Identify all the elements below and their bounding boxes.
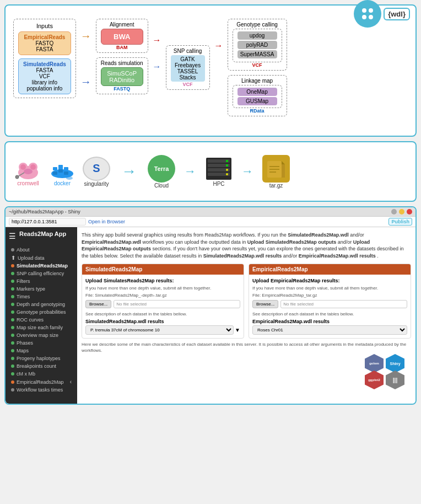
emp-section-body: Upload EmpiricalReads2Map results: If yo…	[249, 275, 411, 338]
svg-rect-18	[64, 171, 68, 175]
sidebar-item-roc[interactable]: ROC curves	[9, 316, 74, 324]
svg-rect-31	[282, 164, 285, 178]
emp-dropdown[interactable]: Roses Chr01	[252, 325, 407, 335]
sidebar-item-about[interactable]: About	[9, 246, 74, 254]
docker-label: docker	[54, 180, 71, 186]
dot-markers	[11, 287, 14, 291]
docker-tool: docker	[48, 157, 76, 186]
genotype-calling-box: Genotype calling updog polyRAD SuperMASS…	[228, 19, 287, 71]
win-minimize-btn[interactable]	[391, 209, 397, 215]
dot-times	[11, 295, 14, 298]
sidebar-item-overview-map[interactable]: Overview map size	[9, 331, 74, 339]
svg-marker-30	[282, 161, 285, 164]
publish-btn[interactable]: Publish	[388, 218, 412, 226]
dot-emp	[11, 380, 14, 384]
terra-icon: Terra	[148, 155, 175, 183]
sidebar-item-times[interactable]: Times	[9, 293, 74, 301]
panel-c-wrapper: ~/github/Reads2MapApp - Shiny http://127…	[4, 206, 417, 405]
vcf-label-snp: VCF	[171, 82, 205, 87]
sidebar-item-emp-reads[interactable]: EmpiricalReads2Map ‹	[9, 378, 74, 386]
sidebar-item-workflow-times[interactable]: Workflow tasks times	[9, 386, 74, 394]
svg-rect-13	[53, 167, 57, 170]
browser-bar: http://127.0.0.1:3581 Open in Browser Pu…	[6, 217, 415, 227]
svg-point-0	[362, 8, 366, 13]
sidebar-item-markers[interactable]: Markers type	[9, 285, 74, 293]
app-layout: ☰ Reads2Map App About ⬆ Upload data	[6, 227, 415, 404]
sidebar-item-cm-mb[interactable]: cM x Mb	[9, 370, 74, 378]
sidebar-item-sim-reads[interactable]: SimulatedReads2Map	[9, 262, 74, 270]
reads-simulation-box: Reads simulation SimuSCoP RADinitio FAST…	[96, 57, 148, 94]
dropdown-arrow-icon: ▼	[235, 327, 240, 333]
sidebar-item-geno-prob[interactable]: Genotype probabilities	[9, 308, 74, 316]
sidebar-item-progeny[interactable]: Progeny haplotypes	[9, 355, 74, 362]
hamburger-icon[interactable]: ☰	[9, 232, 16, 240]
sidebar-item-upload[interactable]: ⬆ Upload data	[9, 254, 74, 262]
win-close-btn[interactable]	[407, 209, 412, 215]
singularity-label: singularity	[84, 181, 109, 187]
emp-reads-items: FASTQFASTA	[23, 40, 66, 52]
singularity-s: S	[93, 162, 100, 175]
genotype-tools: updog polyRAD SuperMASSA	[233, 29, 282, 62]
sidebar-item-snp-eff[interactable]: SNP calling efficiency	[9, 270, 74, 277]
sidebar-item-map-family[interactable]: Map size each family	[9, 324, 74, 331]
wdl-dots-icon	[360, 6, 375, 22]
panel-b-wrapper: cromwell	[4, 141, 417, 202]
middle-arrows: → →	[153, 19, 161, 72]
sidebar: ☰ Reads2Map App About ⬆ Upload data	[6, 227, 77, 404]
window-titlebar: ~/github/Reads2MapApp - Shiny	[6, 207, 415, 217]
workflow-diagram: Inputs EmpiricalReads FASTQFASTA Simulat…	[11, 17, 410, 119]
snp-title: SNP calling	[171, 48, 205, 54]
collapse-icon: ‹	[70, 379, 72, 385]
sim-file-name: No file selected	[114, 300, 240, 308]
singularity-tool: S singularity	[83, 157, 110, 187]
open-browser-link[interactable]: Open in Browser	[88, 219, 125, 224]
emp-section-header: EmpiricalReads2Map	[249, 264, 411, 275]
docker-icon	[48, 157, 76, 180]
cromwell-svg	[14, 157, 42, 180]
supermassa-box: SuperMASSA	[238, 50, 277, 58]
targz-svg	[265, 158, 287, 180]
dot-cm-mb	[11, 372, 14, 376]
sim-dropdown[interactable]: P. tremula 37cM of chromosome 10	[85, 325, 234, 335]
svg-point-28	[226, 173, 228, 175]
wdl-text-badge: {wdl}	[384, 8, 410, 20]
bwa-box: BWA	[101, 29, 143, 45]
empirical-reads-box: EmpiricalReads FASTQFASTA	[18, 31, 71, 55]
upload-emp-title: Upload EmpiricalReads2Map results:	[252, 278, 407, 283]
browse-emp-btn[interactable]: Browse...	[252, 300, 278, 308]
snp-genotype-arrow: →	[214, 19, 223, 51]
dot-phases	[11, 341, 14, 345]
upload-sim-title: Upload SimulatesReads2Map results:	[85, 278, 240, 283]
sidebar-item-maps[interactable]: Maps	[9, 347, 74, 355]
genotype-title: Genotype calling	[233, 22, 282, 28]
browse-sim-btn[interactable]: Browse...	[85, 300, 111, 308]
svg-point-9	[24, 169, 33, 174]
upload-icon: ⬆	[11, 255, 15, 261]
arrow-inputs-area: → →	[80, 19, 91, 88]
sidebar-item-breakpoints[interactable]: Breakpoints count	[9, 362, 74, 370]
sidebar-item-filters[interactable]: Filters	[9, 277, 74, 285]
polyrad-box: polyRAD	[238, 41, 277, 49]
dot-snp	[11, 272, 14, 275]
emp-wdl-label: EmpiricalReads2Map.wdl results	[252, 319, 407, 324]
terra-tool: Terra Cloud	[148, 155, 175, 189]
inputs-box: Inputs EmpiricalReads FASTQFASTA Simulat…	[13, 19, 76, 98]
svg-point-25	[226, 160, 228, 162]
docker-svg	[48, 157, 76, 180]
sim-section-body: Upload SimulatesReads2Map results: If yo…	[82, 275, 244, 338]
dot-breakpoints	[11, 364, 14, 368]
hex-golem: golem	[365, 354, 384, 373]
sidebar-item-depth[interactable]: Depth and genotyping	[9, 301, 74, 308]
sidebar-item-phases[interactable]: Phases	[9, 339, 74, 347]
dot-roc	[11, 318, 14, 321]
win-maximize-btn[interactable]	[399, 209, 404, 215]
simulated-reads-title: SimulatedReads	[23, 61, 66, 67]
sim-dropdown-row: P. tremula 37cM of chromosome 10 ▼	[85, 325, 240, 335]
bottom-description: Here we describe some of the main charac…	[82, 342, 411, 353]
cromwell-icon	[14, 157, 42, 180]
linkage-title: Linkage map	[233, 78, 282, 84]
cloud-to-hpc-arrow: →	[182, 164, 198, 179]
panel-b: cromwell	[4, 141, 417, 202]
url-bar[interactable]: http://127.0.0.1:3581	[9, 218, 86, 226]
panel-a: {wdl} Inputs EmpiricalReads FASTQFASTA S…	[4, 4, 417, 137]
